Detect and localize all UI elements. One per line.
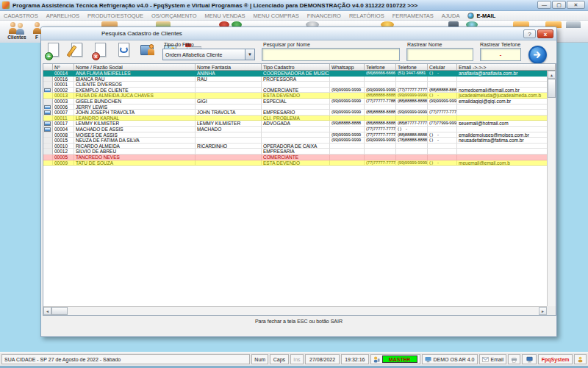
menu-item-menu-vendas[interactable]: MENU VENDAS <box>205 13 245 19</box>
cell-tel2 <box>396 149 428 155</box>
table-row[interactable]: 00008MOISES DE ASSIS(99)99999-9999(77)77… <box>43 132 556 138</box>
close-button[interactable]: ✕ <box>567 1 585 9</box>
dialog-help-button[interactable]: ? <box>523 29 536 38</box>
maximize-button[interactable]: ▢ <box>552 1 566 9</box>
cell-tipo: EMPRESARIO <box>262 110 330 116</box>
chevron-down-icon[interactable]: ▼ <box>245 49 254 60</box>
table-row[interactable]: 00014ANA FLAVIA MEIRELLESANINHACOORDENAD… <box>43 71 556 77</box>
menu-item-aparelhos[interactable]: APARELHOS <box>46 13 79 19</box>
table-row[interactable]: 00010RICARDO ALMEIDARICARDINHOOPERADORA … <box>43 144 556 149</box>
table-row[interactable]: 00011LEANDRO KARNALCLI. PROBLEMA <box>43 116 556 121</box>
cell-tel2: (51) 3447-6881 <box>396 71 428 77</box>
cell-whatsapp <box>330 93 365 99</box>
track-phone-label: Rastrear Telefone <box>480 42 520 47</box>
cell-email <box>457 127 556 132</box>
table-row[interactable]: 00015NEUZA DE FATIMA DA SILVA(99)99999-9… <box>43 138 556 144</box>
table-row[interactable]: 00005TANCREDO NEVESCOMERCIANTE <box>43 155 556 160</box>
row-indicator-cell <box>43 127 53 132</box>
search-name-label: Pesquisar por Nome <box>263 42 310 47</box>
cell-tel2: (88)88888-8888 <box>396 132 428 138</box>
cell-nome: GISELE BUNDCHEN <box>74 99 196 105</box>
table-row[interactable]: 00002EXEMPLO DE CLIENTECOMERCIANTE(99)99… <box>43 88 556 93</box>
track-name-input[interactable] <box>406 48 473 61</box>
toolbar-monitor-icon[interactable] <box>566 21 581 28</box>
menu-item-os-or-amento[interactable]: OS/ORÇAMENTO <box>151 13 197 19</box>
table-row[interactable]: 00001CLIENTE DIVERSOS <box>43 82 556 88</box>
delete-record-button[interactable]: x <box>91 42 110 63</box>
table-row[interactable]: 00007JOHN JOSEPH TRAVOLTAJOHN TRAVOLTAEM… <box>43 110 556 116</box>
cell-celular <box>428 77 457 82</box>
photo-indicator-icon <box>44 127 51 132</box>
cell-tipo: ESTA DEVENDO <box>262 160 330 166</box>
clientes-button[interactable]: Clientes <box>1 21 32 42</box>
cell-email <box>457 116 556 121</box>
menu-item-produto-estoque[interactable]: PRODUTO/ESTOQUE <box>87 13 143 19</box>
menu-item-menu-compras[interactable]: MENU COMPRAS <box>254 13 299 19</box>
cell-fantasia: RICARDINHO <box>196 144 262 149</box>
column-header: Telefone <box>396 64 428 71</box>
cell-num: 00011 <box>53 116 74 121</box>
dialog-close-button[interactable]: x <box>537 29 553 38</box>
filter-combo[interactable]: Ordem Alfabetica Cliente ▼ <box>162 49 255 60</box>
cell-tipo <box>262 105 330 110</box>
cell-whatsapp <box>330 82 365 88</box>
cell-fantasia: LEMMY KILMISTER <box>196 121 262 127</box>
cell-tipo: COORDENADORA DE MUSICA <box>262 71 330 77</box>
cell-email <box>457 110 556 116</box>
add-record-button[interactable]: + <box>44 42 63 63</box>
vscroll-thumb[interactable] <box>548 79 556 98</box>
cell-tipo <box>262 132 330 138</box>
cell-whatsapp <box>330 105 365 110</box>
cell-tel2: (88)88888-8888 <box>396 99 428 105</box>
cell-celular <box>428 144 457 149</box>
vertical-scrollbar[interactable]: ▲ <box>547 71 556 306</box>
menu-item-ajuda[interactable]: AJUDA <box>442 13 460 19</box>
cell-num: 00002 <box>53 88 74 93</box>
table-row[interactable]: 00016BIANCA RAURAUPROFESSORA <box>43 77 556 82</box>
cell-num: 00017 <box>53 121 74 127</box>
fornecedor-button-partial[interactable]: F <box>32 21 41 42</box>
status-email: Email <box>491 357 504 362</box>
client-folder-button[interactable] <box>138 42 157 63</box>
hscroll-thumb[interactable] <box>51 307 68 315</box>
edit-record-button[interactable] <box>68 42 87 63</box>
status-email-panel[interactable]: Email <box>479 354 507 364</box>
cell-whatsapp <box>330 155 365 160</box>
table-row[interactable]: 00009TATU DE SOUZAESTA DEVENDO(77)77777-… <box>43 160 556 166</box>
cell-tel2: (78)88888-8888 <box>396 138 428 144</box>
table-row[interactable]: 00004MACHADO DE ASSISMACHADO(77)77777-77… <box>43 127 556 132</box>
minimize-button[interactable]: — <box>537 1 551 9</box>
table-row[interactable]: 00003GISELE BUNDCHENGIGIESPECIAL(99)9999… <box>43 99 556 105</box>
cell-whatsapp <box>330 116 365 121</box>
scroll-right-icon[interactable]: ► <box>539 307 547 315</box>
menu-item-e-mail[interactable]: E-MAIL <box>467 13 495 19</box>
cell-num: 00008 <box>53 132 74 138</box>
cell-tel1: (66)66666-6666 <box>365 71 396 77</box>
cell-email <box>457 144 556 149</box>
cell-whatsapp: (99)99999-9999 <box>330 88 365 93</box>
status-monitor-panel[interactable] <box>522 354 537 364</box>
cell-celular: ( ) - <box>428 71 457 77</box>
cell-tipo: OPERADORA DE CAIXA <box>262 144 330 149</box>
table-row[interactable]: 00012SILVIO DE ABREUEMPRESARIA <box>43 149 556 155</box>
table-row[interactable]: 00013FIUSA DE ALMEIDA JUCA CHAVESESTA DE… <box>43 93 556 99</box>
scroll-up-icon[interactable]: ▲ <box>548 71 556 79</box>
menu-item-ferramentas[interactable]: FERRAMENTAS <box>392 13 434 19</box>
search-go-button[interactable] <box>528 46 547 64</box>
menu-item-cadastros[interactable]: CADASTROS <box>4 13 38 19</box>
table-row[interactable]: 00006JERRY LEWIS <box>43 105 556 110</box>
scroll-left-icon[interactable]: ◄ <box>43 307 51 315</box>
cell-fantasia: GIGI <box>196 99 262 105</box>
cell-email <box>457 149 556 155</box>
track-phone-input[interactable] <box>480 48 521 61</box>
search-name-input[interactable] <box>262 48 400 61</box>
report-button[interactable] <box>115 42 134 63</box>
menu-item-financeiro[interactable]: FINANCEIRO <box>307 13 341 19</box>
filter-combo-value: Ordem Alfabetica Cliente <box>163 52 245 57</box>
menu-item-relat-rios[interactable]: RELATÓRIOS <box>349 13 384 19</box>
status-printer-panel[interactable] <box>508 354 520 364</box>
clients-people-icon <box>7 22 26 34</box>
cell-email: emaildagigi@gigi.com.br <box>457 99 556 105</box>
table-row[interactable]: 00017LEMMY KILMISTERLEMMY KILMISTERADVOG… <box>43 121 556 127</box>
horizontal-scrollbar[interactable]: ◄ ► <box>43 306 547 315</box>
